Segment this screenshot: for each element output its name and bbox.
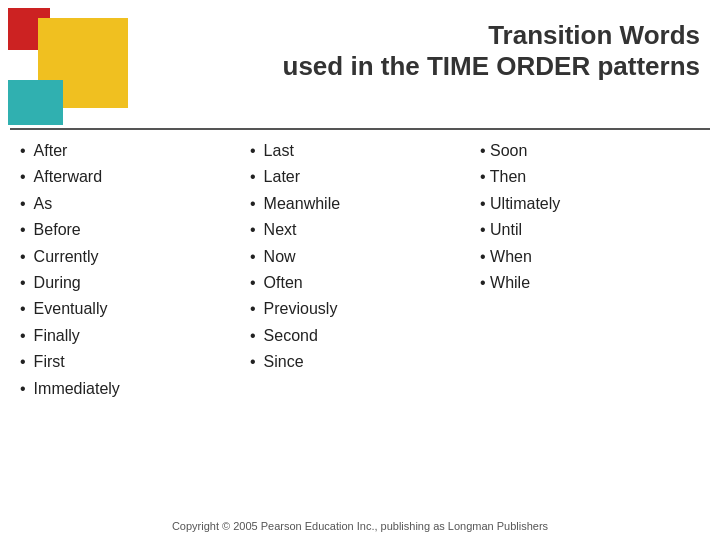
- column-2: LastLaterMeanwhileNextNowOftenPreviously…: [250, 138, 470, 500]
- word-list-3: SoonThenUltimatelyUntilWhenWhile: [480, 138, 700, 296]
- list-item: Later: [250, 164, 470, 190]
- list-item: Then: [480, 164, 700, 190]
- list-item: First: [20, 349, 240, 375]
- list-item: Since: [250, 349, 470, 375]
- list-item: Immediately: [20, 376, 240, 402]
- word-list-2: LastLaterMeanwhileNextNowOftenPreviously…: [250, 138, 470, 376]
- list-item: After: [20, 138, 240, 164]
- list-item: Last: [250, 138, 470, 164]
- list-item: Until: [480, 217, 700, 243]
- list-item: As: [20, 191, 240, 217]
- list-item: When: [480, 244, 700, 270]
- list-item: During: [20, 270, 240, 296]
- list-item: Soon: [480, 138, 700, 164]
- word-list-1: AfterAfterwardAsBeforeCurrentlyDuringEve…: [20, 138, 240, 402]
- column-3: SoonThenUltimatelyUntilWhenWhile: [480, 138, 700, 500]
- title-area: Transition Words used in the TIME ORDER …: [180, 20, 700, 82]
- list-item: Afterward: [20, 164, 240, 190]
- list-item: Next: [250, 217, 470, 243]
- list-item: Ultimately: [480, 191, 700, 217]
- list-item: Previously: [250, 296, 470, 322]
- list-item: Eventually: [20, 296, 240, 322]
- title-divider: [10, 128, 710, 130]
- title-line2: used in the TIME ORDER patterns: [180, 51, 700, 82]
- copyright-text: Copyright © 2005 Pearson Education Inc.,…: [0, 520, 720, 532]
- title-line1: Transition Words: [180, 20, 700, 51]
- deco-teal-square: [8, 80, 63, 125]
- list-item: Before: [20, 217, 240, 243]
- list-item: Now: [250, 244, 470, 270]
- list-item: Meanwhile: [250, 191, 470, 217]
- list-item: Often: [250, 270, 470, 296]
- list-item: Currently: [20, 244, 240, 270]
- column-1: AfterAfterwardAsBeforeCurrentlyDuringEve…: [20, 138, 240, 500]
- content-area: AfterAfterwardAsBeforeCurrentlyDuringEve…: [20, 138, 700, 500]
- list-item: Second: [250, 323, 470, 349]
- decorative-squares: [0, 0, 170, 130]
- list-item: Finally: [20, 323, 240, 349]
- list-item: While: [480, 270, 700, 296]
